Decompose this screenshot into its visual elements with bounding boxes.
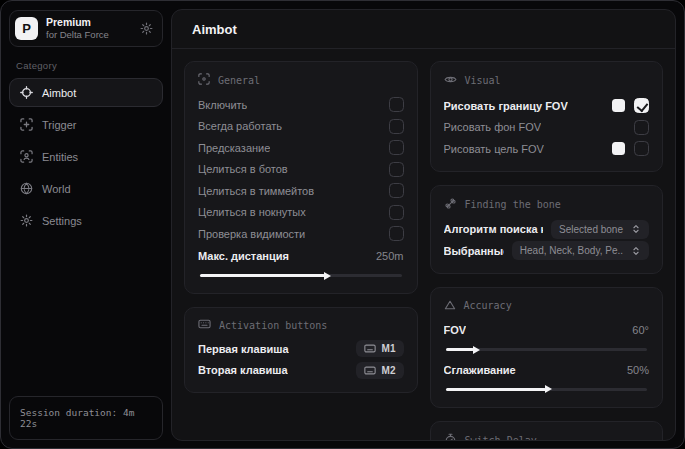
toggle-row: Целиться в нокнутых: [198, 202, 404, 224]
sidebar-item-entities[interactable]: Entities: [9, 142, 163, 171]
toggle-row: Включить: [198, 94, 404, 116]
checkbox[interactable]: [389, 162, 404, 177]
crosshair-icon: [198, 73, 210, 87]
row-controls: [634, 120, 649, 135]
sidebar-item-label: Aimbot: [42, 87, 76, 99]
sidebar-item-settings[interactable]: Settings: [9, 206, 163, 235]
sidebar: P Premium for Delta Force Category Aimbo…: [1, 1, 171, 448]
right-column: Visual Рисовать границу FOV Рисовать фон…: [430, 61, 664, 428]
slider-fill: [200, 274, 325, 277]
keybind-button[interactable]: M2: [356, 362, 404, 379]
checkbox[interactable]: [634, 120, 649, 135]
select-row: Алгоритм поиска кост Selected bone: [444, 219, 650, 241]
panel-visual-header: Visual: [444, 73, 650, 88]
row-controls: [612, 98, 649, 113]
triangle-icon: [444, 299, 456, 313]
focus-plus-icon: [20, 118, 33, 131]
panel-title: Switch Delay: [465, 435, 537, 441]
max-distance-slider[interactable]: [200, 274, 402, 277]
panel-bone-header: Finding the bone: [444, 197, 650, 212]
gear-icon[interactable]: [140, 22, 153, 35]
page-title: Aimbot: [172, 10, 675, 49]
checkbox[interactable]: [389, 97, 404, 112]
brand-subtitle: for Delta Force: [46, 29, 109, 41]
checkbox[interactable]: [389, 119, 404, 134]
panel-switch-delay: Switch Delay Задержка переключения Задер…: [430, 421, 664, 441]
row-controls: [612, 141, 649, 156]
select-label: Алгоритм поиска кост: [444, 223, 544, 235]
main-panel: Aimbot General Включить: [171, 9, 676, 441]
slider-label: Сглаживание: [444, 364, 516, 376]
color-swatch[interactable]: [612, 99, 625, 112]
keyboard-icon: [364, 366, 376, 375]
keybind-value: M1: [382, 343, 396, 354]
select-value: Head, Neck, Body, Pe..: [520, 245, 623, 256]
unfold-icon: [631, 246, 641, 256]
keybind-button[interactable]: M1: [356, 340, 404, 357]
sidebar-item-label: Entities: [42, 151, 78, 163]
sidebar-item-trigger[interactable]: Trigger: [9, 110, 163, 139]
panel-activation-header: Activation buttons: [198, 319, 404, 331]
brand-logo: P: [15, 17, 38, 40]
toggle-label: Целиться в ботов: [198, 163, 288, 175]
toggle-label: Всегда работать: [198, 120, 282, 132]
slider-value: 250m: [376, 250, 404, 262]
slider-fill: [446, 388, 547, 391]
keyboard-icon: [364, 344, 376, 353]
panel-activation-buttons: Activation buttons Первая клавиша M1 Вто…: [184, 307, 418, 393]
max-distance-slider-group: Макс. дистанция 250m: [198, 246, 404, 278]
panel-title: General: [218, 75, 260, 86]
keybind-row: Первая клавиша M1: [198, 338, 404, 360]
checkbox[interactable]: [389, 140, 404, 155]
fov-slider-group: FOV 60°: [444, 320, 650, 352]
sidebar-item-aimbot[interactable]: Aimbot: [9, 78, 163, 107]
toggle-label: Проверка видимости: [198, 228, 305, 240]
checkbox[interactable]: [389, 205, 404, 220]
sidebar-item-label: Settings: [42, 215, 82, 227]
checkbox[interactable]: [634, 98, 649, 113]
brand-title: Premium: [46, 16, 109, 29]
brand-text: Premium for Delta Force: [46, 16, 109, 41]
panel-accuracy-header: Accuracy: [444, 299, 650, 313]
select-row: Выбранные кос Head, Neck, Body, Pe..: [444, 240, 650, 262]
toggle-label: Предсказание: [198, 142, 270, 154]
eye-icon: [444, 73, 457, 88]
app-window: P Premium for Delta Force Category Aimbo…: [0, 0, 685, 449]
select-label: Выбранные кос: [444, 245, 504, 257]
toggle-label: Рисовать цель FOV: [444, 143, 544, 155]
brand-card: P Premium for Delta Force: [9, 10, 163, 47]
fov-slider[interactable]: [446, 348, 648, 351]
checkbox[interactable]: [634, 141, 649, 156]
bone-icon: [444, 197, 457, 212]
person-scan-icon: [20, 150, 33, 163]
panel-title: Activation buttons: [219, 320, 327, 331]
toggle-row: Целиться в ботов: [198, 159, 404, 181]
bone-algorithm-select[interactable]: Selected bone: [551, 220, 649, 239]
panel-finding-bone: Finding the bone Алгоритм поиска кост Se…: [430, 185, 664, 274]
sidebar-item-world[interactable]: World: [9, 174, 163, 203]
selected-bones-select[interactable]: Head, Neck, Body, Pe..: [512, 241, 649, 260]
panel-accuracy: Accuracy FOV 60° Сглаживание: [430, 287, 664, 408]
panel-title: Visual: [465, 75, 501, 86]
keybind-value: M2: [382, 365, 396, 376]
panel-title: Accuracy: [464, 300, 512, 311]
toggle-label: Включить: [198, 99, 247, 111]
checkbox[interactable]: [389, 183, 404, 198]
color-swatch[interactable]: [612, 142, 625, 155]
category-label: Category: [16, 60, 156, 71]
gear-icon: [20, 214, 33, 227]
toggle-label: Целиться в тиммейтов: [198, 185, 314, 197]
smoothing-slider[interactable]: [446, 388, 648, 391]
panel-general: General Включить Всегда работать Предска…: [184, 61, 418, 294]
session-duration: Session duration: 4m 22s: [9, 396, 163, 440]
slider-value: 60°: [632, 324, 649, 336]
toggle-label: Рисовать границу FOV: [444, 100, 568, 112]
slider-label-row: Сглаживание 50%: [444, 359, 650, 381]
keybind-row: Вторая клавиша M2: [198, 360, 404, 382]
checkbox[interactable]: [389, 226, 404, 241]
unfold-icon: [631, 224, 641, 234]
sidebar-item-label: Trigger: [42, 119, 76, 131]
toggle-row: Рисовать границу FOV: [444, 95, 650, 117]
globe-icon: [20, 182, 33, 195]
stopwatch-icon: [444, 433, 457, 441]
